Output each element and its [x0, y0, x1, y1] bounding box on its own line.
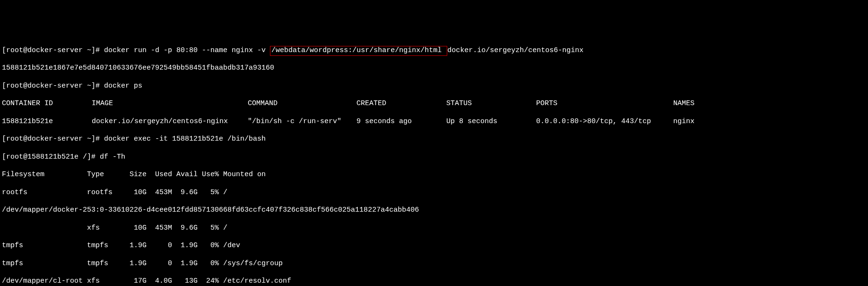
val-created: 9 seconds ago	[356, 117, 446, 126]
col-names: NAMES	[673, 99, 694, 107]
val-container-id: 1588121b521e	[2, 117, 92, 126]
df-row: /dev/mapper/docker-253:0-33610226-d4cee0…	[2, 206, 866, 215]
df-row: xfs 10G 453M 9.6G 5% /	[2, 224, 866, 233]
df-row: tmpfs tmpfs 1.9G 0 1.9G 0% /dev	[2, 241, 866, 250]
df-row: /dev/mapper/cl-root xfs 17G 4.0G 13G 24%…	[2, 277, 866, 286]
col-status: STATUS	[446, 99, 536, 108]
cmd-text: docker.io/sergeyzh/centos6-nginx	[447, 46, 583, 54]
val-command: "/bin/sh -c /run-serv"	[248, 117, 356, 126]
cmd-df: [root@1588121b521e /]# df -Th	[2, 153, 866, 162]
col-container-id: CONTAINER ID	[2, 99, 92, 108]
col-created: CREATED	[356, 99, 446, 108]
val-image: docker.io/sergeyzh/centos6-nginx	[92, 117, 248, 126]
val-status: Up 8 seconds	[446, 117, 536, 126]
df-row: tmpfs tmpfs 1.9G 0 1.9G 0% /sys/fs/cgrou…	[2, 259, 866, 268]
container-id-output: 1588121b521e1867e7e5d840710633676ee79254…	[2, 64, 866, 73]
col-ports: PORTS	[536, 99, 673, 108]
col-image: IMAGE	[92, 99, 248, 108]
ps-header: CONTAINER IDIMAGECOMMANDCREATEDSTATUSPOR…	[2, 99, 866, 108]
highlight-volume-path: /webdata/wordpress:/usr/share/nginx/html	[270, 46, 447, 56]
df-header: Filesystem Type Size Used Avail Use% Mou…	[2, 170, 866, 179]
terminal-output: [root@docker-server ~]# docker run -d -p…	[2, 37, 866, 286]
prompt: [root@docker-server ~]#	[2, 46, 104, 54]
col-command: COMMAND	[248, 99, 356, 108]
cmd-docker-ps: [root@docker-server ~]# docker ps	[2, 82, 866, 91]
val-ports: 0.0.0.0:80->80/tcp, 443/tcp	[536, 117, 673, 126]
val-names: nginx	[673, 117, 694, 125]
df-row: rootfs rootfs 10G 453M 9.6G 5% /	[2, 188, 866, 197]
cmd-docker-exec: [root@docker-server ~]# docker exec -it …	[2, 135, 866, 144]
cmd-text: docker run -d -p 80:80 --name nginx -v	[104, 46, 270, 54]
ps-row: 1588121b521edocker.io/sergeyzh/centos6-n…	[2, 117, 866, 126]
cmd-docker-run: [root@docker-server ~]# docker run -d -p…	[2, 46, 866, 55]
